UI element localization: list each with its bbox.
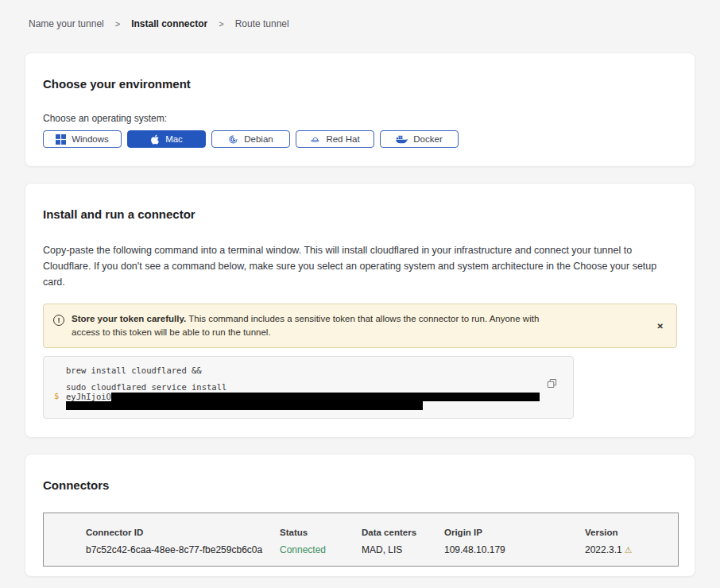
column-header-connector-id: Connector ID (86, 528, 280, 537)
token-redaction-bar (111, 393, 540, 401)
environment-card: Choose your environment Choose an operat… (25, 52, 695, 167)
token-warning-banner: ! Store your token carefully. This comma… (43, 304, 677, 348)
os-button-label: Windows (72, 134, 109, 144)
column-header-data-centers: Data centers (362, 528, 444, 537)
debian-icon (228, 134, 238, 145)
os-button-redhat[interactable]: Red Hat (296, 130, 374, 148)
environment-card-title: Choose your environment (43, 77, 677, 91)
os-select-label: Choose an operating system: (43, 113, 677, 124)
copy-icon[interactable] (547, 378, 557, 391)
install-description: Copy-paste the following command into a … (43, 242, 675, 290)
breadcrumb-separator-icon: > (115, 19, 120, 29)
breadcrumb-step-install-connector[interactable]: Install connector (131, 18, 207, 29)
connectors-table-header: Connector ID Status Data centers Origin … (86, 528, 678, 537)
breadcrumb-step-name-tunnel[interactable]: Name your tunnel (29, 18, 104, 29)
apple-icon (150, 134, 160, 145)
os-button-label: Red Hat (326, 134, 359, 144)
close-icon[interactable]: ✕ (657, 322, 664, 331)
connectors-card-title: Connectors (43, 478, 677, 492)
windows-icon (56, 134, 66, 145)
install-card-title: Install and run a connector (43, 207, 677, 221)
tunnel-setup-page: Name your tunnel > Install connector > R… (0, 0, 720, 588)
redhat-icon (310, 134, 320, 145)
os-button-group: Windows Mac Debian Red Hat (43, 130, 677, 148)
os-button-docker[interactable]: Docker (380, 130, 459, 148)
alert-circle-icon: ! (53, 315, 64, 326)
token-prefix: eyJhIjoiO (66, 392, 111, 401)
breadcrumb-step-route-tunnel[interactable]: Route tunnel (235, 18, 289, 29)
connector-id-value: b7c52c42-6caa-48ee-8c77-fbe259cb6c0a (86, 544, 280, 555)
breadcrumb: Name your tunnel > Install connector > R… (25, 18, 695, 29)
os-button-label: Debian (244, 134, 273, 144)
install-command-code-block: brew install cloudflared && $ sudo cloud… (43, 356, 574, 419)
code-line-service-install: sudo cloudflared service install (66, 383, 549, 393)
table-row: b7c52c42-6caa-48ee-8c77-fbe259cb6c0a Con… (86, 544, 678, 555)
token-redaction-bar (66, 401, 423, 410)
shell-prompt: $ (54, 391, 59, 400)
origin-ip-value: 109.48.10.179 (444, 544, 585, 555)
column-header-origin-ip: Origin IP (444, 528, 585, 537)
data-centers-value: MAD, LIS (362, 544, 444, 555)
os-button-debian[interactable]: Debian (211, 130, 290, 148)
os-button-label: Docker (413, 134, 442, 144)
version-warning-icon: ⚠ (625, 545, 633, 555)
column-header-version: Version (585, 528, 678, 537)
version-value: 2022.3.1⚠ (585, 544, 678, 555)
install-connector-card: Install and run a connector Copy-paste t… (25, 183, 695, 438)
breadcrumb-separator-icon: > (219, 19, 223, 29)
column-header-status: Status (280, 528, 362, 537)
code-line-token: eyJhIjoiO (66, 393, 549, 402)
warning-title: Store your token carefully. (72, 314, 186, 323)
os-button-mac[interactable]: Mac (127, 130, 206, 148)
os-button-label: Mac (165, 134, 183, 144)
docker-icon (396, 134, 408, 144)
os-button-windows[interactable]: Windows (43, 130, 122, 148)
status-badge: Connected (280, 544, 362, 555)
connectors-table: Connector ID Status Data centers Origin … (43, 513, 679, 567)
code-line-brew: brew install cloudflared && (66, 366, 549, 375)
connectors-card: Connectors Connector ID Status Data cent… (25, 454, 695, 577)
warning-text: Store your token carefully. This command… (72, 312, 542, 339)
